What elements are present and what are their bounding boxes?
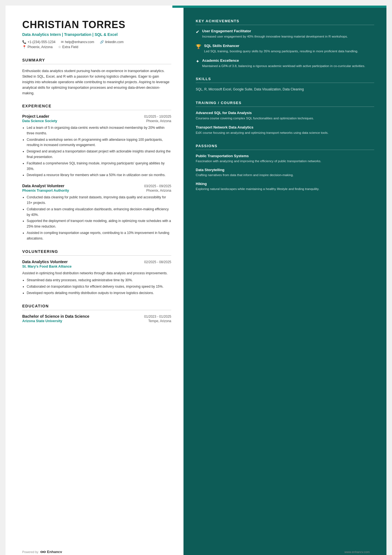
passion-title-0: Public Transportation Systems [196,154,374,158]
passions-section: PASSIONS Public Transportation Systems F… [196,144,374,191]
vol-desc-0: Assisted in optimizing food distribution… [22,271,171,276]
list-item: Designed and analyzed a transportation d… [27,149,171,160]
extra-contact: ☆ Extra Field [58,45,78,49]
training-section: TRAINING / COURSES Advanced SQL for Data… [196,101,374,136]
star-icon: ☆ [58,45,61,49]
summary-divider [22,64,171,64]
candidate-tagline: Data Analytics Intern | Transportation |… [22,32,171,37]
check-icon: ✔ [196,29,199,39]
edu-degree-0: Bachelor of Science in Data Science [22,314,89,319]
vol-org-0: St. Mary's Food Bank Alliance [22,265,72,268]
edu-header-0: Bachelor of Science in Data Science 01/2… [22,314,171,319]
exp-dates-1: 03/2025 - 09/2025 [144,184,171,188]
training-desc-1: EdX course focusing on analyzing and opt… [196,130,374,135]
list-item: Collaborated on a team creating visualiz… [27,207,171,218]
achievements-section: KEY ACHIEVEMENTS ✔ User Engagement Facil… [196,19,374,68]
edu-dates-0: 01/2023 - 01/2025 [144,315,171,319]
experience-section: EXPERIENCE Project Leader 01/2025 - 10/2… [22,104,171,241]
summary-text: Enthusiastic data analytics student purs… [22,68,171,96]
edu-school-0: Arizona State University [22,319,62,323]
exp-location-1: Phoenix, Arizona [146,189,171,193]
list-item: Collaborated on transportation logistics… [27,284,171,290]
training-item-0: Advanced SQL for Data Analysis Coursera … [196,111,374,121]
location-contact: 📍 Phoenix, Arizona [22,45,53,49]
vol-bullets-0: Streamlined data entry processes, reduci… [22,278,171,296]
training-title: TRAINING / COURSES [196,101,374,105]
education-section: EDUCATION Bachelor of Science in Data Sc… [22,304,171,323]
edu-entry-0: Bachelor of Science in Data Science 01/2… [22,314,171,323]
phone-value: +1-(234)-555-1234 [28,40,55,44]
volunteering-section: VOLUNTEERING Data Analytics Volunteer 02… [22,249,171,296]
list-item: Supported the deployment of transport ro… [27,218,171,230]
exp-title-0: Project Leader [22,114,49,119]
achievement-desc-2: Maintained a GPA of 3.8, balancing a rig… [202,64,365,69]
list-item: Facilitated a comprehensive SQL training… [27,161,171,172]
achievement-0: ✔ User Engagement Facilitator Increased … [196,29,374,39]
training-title-0: Advanced SQL for Data Analysis [196,111,374,115]
contact-line-1: 📞 +1-(234)-555-1234 ✉ help@enhancv.com 🔗… [22,40,171,44]
exp-header-1: Data Analyst Volunteer 03/2025 - 09/2025 [22,184,171,188]
edu-org-line-0: Arizona State University Tempe, Arizona [22,319,171,323]
candidate-name: CHRISTIAN TORRES [22,19,171,31]
achievement-1: 🏆 SQL Skills Enhancer Led SQL training, … [196,44,374,54]
footer-website: www.enhancv.com [344,550,370,554]
link-icon: 🔗 [100,40,104,44]
linkedin-contact: 🔗 linkedin.com [100,40,124,44]
achievement-title-2: Academic Excellence [202,58,365,63]
skills-section: SKILLS SQL, R, Microsoft Excel, Google S… [196,77,374,92]
training-item-1: Transport Network Data Analytics EdX cou… [196,125,374,135]
right-column: KEY ACHIEVEMENTS ✔ User Engagement Facil… [183,6,386,555]
vol-dates-0: 02/2025 - 08/2025 [144,260,171,264]
vol-org-line-0: St. Mary's Food Bank Alliance [22,265,171,268]
enhancv-logo: Enhancv [40,550,62,554]
passion-title-1: Data Storytelling [196,168,374,172]
email-icon: ✉ [61,40,64,44]
list-item: Assisted in compiling transportation usa… [27,230,171,241]
education-divider [22,310,171,310]
vol-entry-0: Data Analytics Volunteer 02/2025 - 08/20… [22,260,171,296]
edu-location-0: Tempe, Arizona [148,319,171,323]
exp-org-line-0: Data Science Society Phoenix, Arizona [22,119,171,123]
list-item: Coordinated a workshop series on R progr… [27,137,171,148]
passions-title: PASSIONS [196,144,374,148]
list-item: Led a team of 5 in organizing data-centr… [27,125,171,136]
exp-header-0: Project Leader 01/2025 - 10/2025 [22,114,171,119]
passion-item-0: Public Transportation Systems Fascinatio… [196,154,374,164]
phone-icon: 📞 [22,40,26,44]
footer-brand: Powered by Enhancv [22,550,62,554]
location-value: Phoenix, Arizona [28,45,53,49]
skills-text: SQL, R, Microsoft Excel, Google Suite, D… [196,87,374,92]
exp-dates-0: 01/2025 - 10/2025 [144,115,171,119]
vol-header-0: Data Analytics Volunteer 02/2025 - 08/20… [22,260,171,264]
passion-desc-1: Crafting narratives from data that infor… [196,173,374,178]
experience-title: EXPERIENCE [22,104,171,108]
skills-title: SKILLS [196,77,374,81]
powered-by-label: Powered by [22,550,38,554]
summary-section: SUMMARY Enthusiastic data analytics stud… [22,58,171,96]
list-item: Developed a resource library for members… [27,172,171,178]
passion-desc-2: Exploring natural landscapes while maint… [196,187,374,192]
experience-divider [22,110,171,110]
achievement-desc-0: Increased user engagement by 40% through… [202,34,348,39]
summary-title: SUMMARY [22,58,171,62]
contact-line-2: 📍 Phoenix, Arizona ☆ Extra Field [22,45,171,49]
location-icon: 📍 [22,45,26,49]
passion-title-2: Hiking [196,182,374,186]
achievements-title: KEY ACHIEVEMENTS [196,19,374,23]
linkedin-value: linkedin.com [105,40,124,44]
training-desc-0: Coursera course covering complex SQL fun… [196,116,374,121]
email-value: help@enhancv.com [65,40,94,44]
exp-bullets-0: Led a team of 5 in organizing data-centr… [22,125,171,178]
passion-item-1: Data Storytelling Crafting narratives fr… [196,168,374,178]
volunteering-title: VOLUNTEERING [22,249,171,254]
extra-value: Extra Field [62,45,78,49]
vol-title-0: Data Analytics Volunteer [22,260,68,264]
exp-title-1: Data Analyst Volunteer [22,184,64,188]
brand-name: Enhancv [47,550,62,554]
star-award-icon: ✦ [196,59,199,69]
achievement-desc-1: Led SQL training, boosting query skills … [204,49,358,54]
exp-location-0: Phoenix, Arizona [146,119,171,123]
exp-entry-0: Project Leader 01/2025 - 10/2025 Data Sc… [22,114,171,178]
resume-footer: Powered by Enhancv www.enhancv.com [22,550,370,554]
exp-entry-1: Data Analyst Volunteer 03/2025 - 09/2025… [22,184,171,241]
